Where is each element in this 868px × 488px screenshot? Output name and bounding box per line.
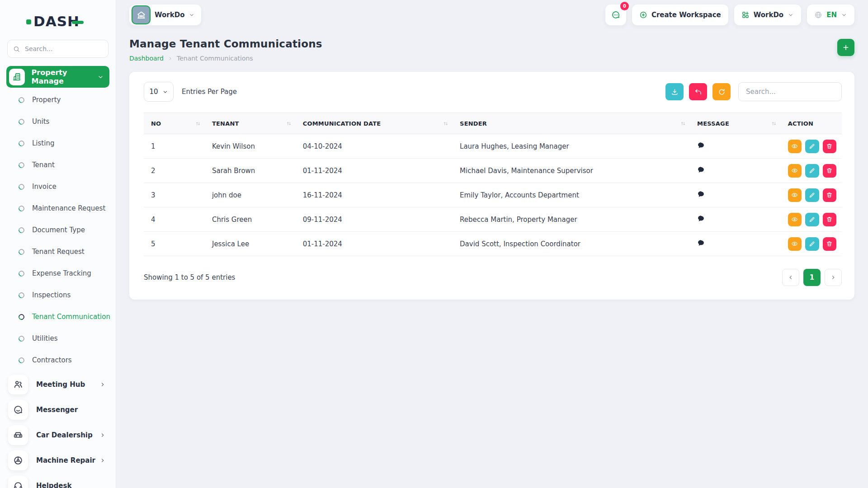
sidebar-group-helpdesk[interactable]: Helpdesk <box>0 473 116 488</box>
showing-entries-text: Showing 1 to 5 of 5 entries <box>144 273 235 282</box>
cell-tenant: Sarah Brown <box>207 159 297 183</box>
pagination: 1 <box>782 269 842 286</box>
edit-button[interactable] <box>805 188 819 202</box>
column-label: COMMUNICATION DATE <box>303 120 381 127</box>
globe-icon <box>814 11 822 19</box>
machine-icon <box>13 455 23 465</box>
column-header-message[interactable]: MESSAGE <box>692 113 783 134</box>
account-menu-button[interactable]: WorkDo <box>734 5 801 25</box>
topbar-actions: 0 Create Workspace WorkDo EN <box>605 5 854 25</box>
main-content: WorkDo 0 Create Workspace WorkDo <box>116 0 868 488</box>
edit-button[interactable] <box>805 213 819 226</box>
sidebar-item-listing[interactable]: Listing <box>0 132 116 154</box>
message-icon[interactable] <box>697 215 705 222</box>
sidebar-group-meeting-hub[interactable]: Meeting Hub <box>0 372 116 397</box>
create-workspace-button[interactable]: Create Workspace <box>632 5 728 25</box>
sidebar-item-tenant-communication[interactable]: Tenant Communication <box>0 306 116 328</box>
sidebar-item-label: Property <box>32 96 61 104</box>
sidebar-item-invoice[interactable]: Invoice <box>0 176 116 197</box>
export-button[interactable] <box>665 83 684 100</box>
sidebar-group-property-manage[interactable]: Property Manage <box>6 66 109 88</box>
view-button[interactable] <box>788 237 802 251</box>
column-label: SENDER <box>460 120 487 127</box>
table-search-input[interactable] <box>738 82 842 101</box>
edit-button[interactable] <box>805 237 819 251</box>
bullet-ring-icon <box>17 117 25 126</box>
delete-button[interactable] <box>823 188 836 202</box>
sidebar-group-messenger[interactable]: Messenger <box>0 397 116 422</box>
view-button[interactable] <box>788 140 802 153</box>
bullet-ring-icon <box>17 204 25 212</box>
next-page-button[interactable] <box>825 269 842 286</box>
sidebar-search-input[interactable] <box>24 45 103 53</box>
sidebar-group-label: Property Manage <box>32 68 97 85</box>
sidebar-item-expense-tracking[interactable]: Expense Tracking <box>0 263 116 284</box>
refresh-button[interactable] <box>712 83 731 100</box>
edit-button[interactable] <box>805 140 819 153</box>
delete-button[interactable] <box>823 237 836 251</box>
page-1-button[interactable]: 1 <box>803 269 821 286</box>
sidebar-item-label: Units <box>32 117 49 126</box>
table-footer: Showing 1 to 5 of 5 entries 1 <box>144 269 842 286</box>
undo-icon <box>694 88 702 96</box>
view-button[interactable] <box>788 188 802 202</box>
view-button[interactable] <box>788 164 802 178</box>
sidebar-item-document-type[interactable]: Document Type <box>0 219 116 241</box>
pencil-icon <box>809 167 816 174</box>
sidebar-item-tenant-request[interactable]: Tenant Request <box>0 241 116 263</box>
sidebar-item-label: Tenant <box>32 161 55 169</box>
column-header-communication-date[interactable]: COMMUNICATION DATE <box>297 113 454 134</box>
delete-button[interactable] <box>823 213 836 226</box>
sidebar-item-inspections[interactable]: Inspections <box>0 284 116 306</box>
chevron-right-icon <box>168 56 173 61</box>
column-label: ACTION <box>788 120 813 127</box>
sidebar-group-car-dealership[interactable]: Car Dealership <box>0 422 116 448</box>
sidebar-item-units[interactable]: Units <box>0 111 116 132</box>
language-selector[interactable]: EN <box>807 5 854 25</box>
sidebar-item-property[interactable]: Property <box>0 89 116 111</box>
sidebar-item-label: Maintenance Request <box>32 204 105 212</box>
message-icon[interactable] <box>697 141 705 149</box>
messages-button[interactable]: 0 <box>605 5 626 25</box>
cell-communication-date: 01-11-2024 <box>297 159 454 183</box>
refresh-icon <box>718 88 726 96</box>
pencil-icon <box>809 216 816 223</box>
view-button[interactable] <box>788 213 802 226</box>
column-header-no[interactable]: NO <box>144 113 207 134</box>
table-row: 5Jessica Lee01-11-2024David Scott, Inspe… <box>144 232 842 256</box>
table-body: 1Kevin Wilson04-10-2024Laura Hughes, Lea… <box>144 134 842 256</box>
breadcrumb-dashboard-link[interactable]: Dashboard <box>129 55 164 62</box>
page-title: Manage Tenant Communications <box>129 38 322 50</box>
column-header-sender[interactable]: SENDER <box>454 113 692 134</box>
sidebar-group-machine-repair[interactable]: Machine Repair <box>0 448 116 473</box>
reset-button[interactable] <box>689 83 707 100</box>
chevron-down-icon <box>189 12 195 18</box>
trash-icon <box>826 192 833 198</box>
column-header-tenant[interactable]: TENANT <box>207 113 297 134</box>
delete-button[interactable] <box>823 140 836 153</box>
add-communication-button[interactable] <box>837 39 854 56</box>
sidebar-item-maintenance-request[interactable]: Maintenance Request <box>0 197 116 219</box>
message-icon[interactable] <box>697 166 705 174</box>
workspace-switcher[interactable]: WorkDo <box>129 5 201 25</box>
bullet-ring-icon <box>17 356 25 364</box>
sidebar-item-utilities[interactable]: Utilities <box>0 328 116 349</box>
brand-logo[interactable]: DASH <box>26 12 116 31</box>
sidebar-item-tenant[interactable]: Tenant <box>0 154 116 176</box>
cell-message <box>692 183 783 207</box>
eye-icon <box>791 143 798 150</box>
previous-page-button[interactable] <box>782 269 799 286</box>
message-icon[interactable] <box>697 239 705 247</box>
sidebar-item-label: Expense Tracking <box>32 269 91 277</box>
cell-communication-date: 09-11-2024 <box>297 207 454 232</box>
message-icon[interactable] <box>697 190 705 198</box>
chevron-right-icon <box>99 457 106 464</box>
entries-per-page-select[interactable]: 10 <box>144 82 174 102</box>
trash-icon <box>826 167 833 174</box>
edit-button[interactable] <box>805 164 819 178</box>
sidebar-item-contractors[interactable]: Contractors <box>0 349 116 371</box>
bullet-ring-icon <box>17 248 25 256</box>
delete-button[interactable] <box>823 164 836 178</box>
sidebar-group-label: Meeting Hub <box>36 380 85 389</box>
sidebar-item-label: Utilities <box>32 334 57 343</box>
